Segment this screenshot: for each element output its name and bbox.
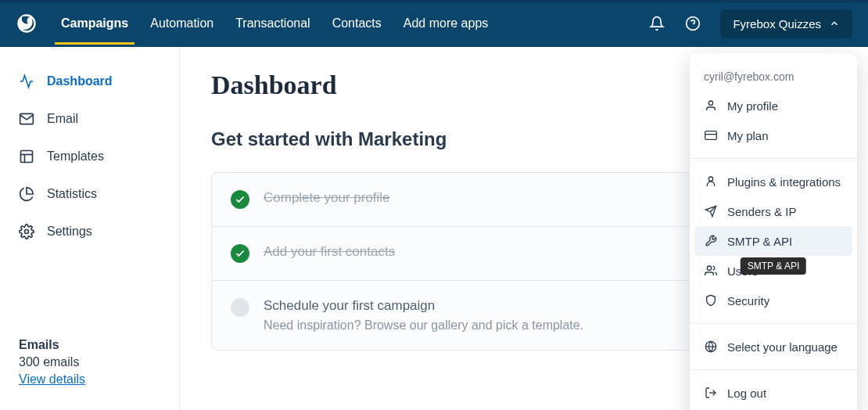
top-navbar: Campaigns Automation Transactional Conta… <box>0 0 868 47</box>
dropdown-smtp-api[interactable]: SMTP & API SMTP & API <box>694 226 852 256</box>
wrench-icon <box>704 234 718 248</box>
bell-icon[interactable] <box>648 15 665 32</box>
chevron-up-icon <box>829 18 840 29</box>
dropdown-logout[interactable]: Log out <box>690 378 857 408</box>
globe-icon <box>704 340 718 354</box>
dropdown-item-label: SMTP & API <box>727 235 792 248</box>
sidebar-item-templates[interactable]: Templates <box>0 138 179 175</box>
dropdown-plugins[interactable]: Plugins & integrations <box>690 167 857 196</box>
view-details-link[interactable]: View details <box>19 372 160 387</box>
nav-add-apps[interactable]: Add more apps <box>404 2 489 45</box>
dropdown-language[interactable]: Select your language <box>690 332 857 361</box>
dropdown-senders[interactable]: Senders & IP <box>690 196 857 226</box>
dropdown-separator <box>690 323 857 324</box>
svg-rect-3 <box>21 151 33 163</box>
dropdown-item-label: Senders & IP <box>727 205 796 218</box>
account-email: cyril@fyrebox.com <box>690 64 857 91</box>
dropdown-separator <box>690 369 857 370</box>
logout-icon <box>704 386 718 400</box>
dropdown-item-label: My plan <box>727 129 769 142</box>
account-dropdown: cyril@fyrebox.com My profile My plan Plu… <box>690 53 857 410</box>
emails-count: 300 emails <box>19 355 160 369</box>
svg-rect-8 <box>705 131 717 140</box>
sidebar-item-statistics[interactable]: Statistics <box>0 175 179 213</box>
sidebar-item-label: Templates <box>47 149 104 164</box>
dropdown-separator <box>690 158 857 159</box>
user-icon <box>704 99 718 113</box>
svg-point-13 <box>707 266 711 270</box>
layout-icon <box>19 149 34 164</box>
credit-card-icon <box>704 128 718 142</box>
dropdown-my-profile[interactable]: My profile <box>690 91 857 120</box>
check-done-icon <box>231 244 249 263</box>
svg-point-7 <box>708 101 712 105</box>
sidebar-item-dashboard[interactable]: Dashboard <box>0 63 179 100</box>
dropdown-item-label: Plugins & integrations <box>727 175 841 189</box>
sidebar-item-label: Dashboard <box>47 74 113 88</box>
dropdown-item-label: My profile <box>727 99 778 113</box>
task-title: Add your first contacts <box>264 244 395 260</box>
main-nav: Campaigns Automation Transactional Conta… <box>61 2 488 45</box>
svg-point-6 <box>25 230 29 234</box>
sidebar-item-label: Settings <box>47 225 92 239</box>
tooltip: SMTP & API <box>741 257 806 275</box>
task-title: Schedule your first campaign <box>264 298 583 314</box>
app-logo[interactable] <box>16 13 38 34</box>
sidebar-item-label: Email <box>47 112 78 126</box>
svg-point-10 <box>708 177 712 181</box>
nav-automation[interactable]: Automation <box>150 2 213 45</box>
gear-icon <box>19 224 34 239</box>
dropdown-item-label: Log out <box>727 387 766 400</box>
shield-icon <box>704 293 718 308</box>
users-icon <box>704 264 718 278</box>
send-icon <box>704 204 718 218</box>
plugin-icon <box>704 174 718 189</box>
dropdown-my-plan[interactable]: My plan <box>690 120 857 150</box>
account-label: Fyrebox Quizzes <box>733 17 821 31</box>
pie-chart-icon <box>19 186 34 202</box>
check-pending-icon <box>231 298 249 317</box>
sidebar: Dashboard Email Templates Statistics Set… <box>0 47 180 410</box>
mail-icon <box>19 111 34 127</box>
dropdown-security[interactable]: Security <box>690 286 857 315</box>
task-title: Complete your profile <box>264 190 390 206</box>
emails-heading: Emails <box>19 338 160 352</box>
help-icon[interactable] <box>684 15 701 32</box>
dropdown-item-label: Security <box>727 294 769 308</box>
sidebar-item-label: Statistics <box>47 187 97 201</box>
sidebar-item-email[interactable]: Email <box>0 100 179 138</box>
nav-campaigns[interactable]: Campaigns <box>61 2 128 45</box>
sidebar-item-settings[interactable]: Settings <box>0 213 179 250</box>
account-menu-button[interactable]: Fyrebox Quizzes <box>720 9 852 38</box>
nav-contacts[interactable]: Contacts <box>332 2 382 45</box>
task-subtitle: Need inspiration? Browse our gallery and… <box>264 318 583 333</box>
sidebar-footer: Emails 300 emails View details <box>0 338 179 410</box>
dropdown-item-label: Select your language <box>727 340 838 354</box>
nav-transactional[interactable]: Transactional <box>235 2 310 45</box>
check-done-icon <box>231 190 249 209</box>
activity-icon <box>19 74 34 89</box>
